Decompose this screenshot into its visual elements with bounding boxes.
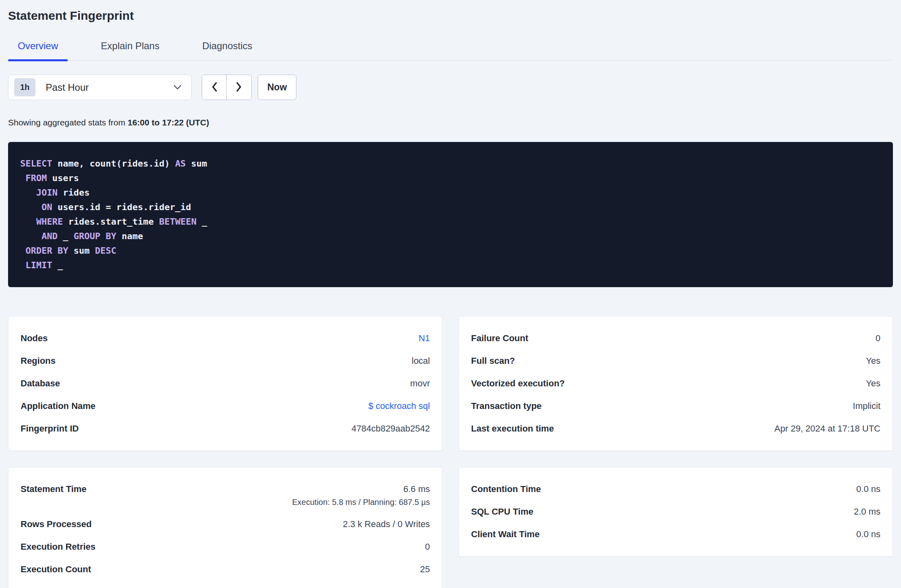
aggregated-stats-summary: Showing aggregated stats from 16:00 to 1…	[8, 118, 893, 127]
statement-fingerprint-page: Statement Fingerprint Overview Explain P…	[0, 0, 901, 588]
stat-label: Statement Time	[21, 484, 86, 494]
stat-value: Yes	[866, 378, 880, 389]
summary-prefix: Showing aggregated stats from	[8, 118, 128, 127]
stat-row: Databasemovr	[21, 372, 430, 395]
next-interval-button[interactable]	[227, 75, 251, 100]
execution-stats-card: Statement Time6.6 msExecution: 5.8 ms / …	[8, 467, 442, 588]
stat-label: Vectorized execution?	[471, 378, 565, 389]
stat-value: Implicit	[853, 401, 880, 411]
stat-value: 25	[420, 564, 430, 575]
stat-label: Failure Count	[471, 333, 528, 344]
stat-value: movr	[410, 378, 430, 389]
stat-row: SQL CPU Time2.0 ms	[471, 500, 880, 523]
stat-label: Full scan?	[471, 356, 515, 366]
stat-value: 0	[425, 542, 430, 552]
stat-row: Client Wait Time0.0 ns	[471, 523, 880, 546]
stat-value: 2.3 k Reads / 0 Writes	[343, 519, 430, 530]
interval-label: Past Hour	[46, 82, 173, 93]
stat-value: Apr 29, 2024 at 17:18 UTC	[774, 423, 880, 434]
stat-row: Execution Retries0	[21, 536, 430, 558]
stat-label: Rows Processed	[21, 519, 92, 530]
stat-label: SQL CPU Time	[471, 507, 533, 517]
sql-statement: SELECT name, count(rides.id) AS sum FROM…	[8, 142, 893, 287]
stat-label: Last execution time	[471, 423, 554, 434]
stat-row: Last execution timeApr 29, 2024 at 17:18…	[471, 417, 880, 440]
tab-bar: Overview Explain Plans Diagnostics	[8, 40, 893, 60]
tab-diagnostics[interactable]: Diagnostics	[192, 40, 262, 60]
time-interval-dropdown[interactable]: 1h Past Hour	[8, 75, 192, 100]
stat-label: Nodes	[21, 333, 48, 344]
tab-overview[interactable]: Overview	[8, 40, 68, 60]
stat-label: Execution Retries	[21, 542, 96, 552]
stat-label: Client Wait Time	[471, 529, 540, 540]
time-stats-card: Contention Time0.0 nsSQL CPU Time2.0 msC…	[459, 467, 893, 557]
stat-row: Application Name$ cockroach sql	[21, 395, 430, 417]
tab-explain-plans[interactable]: Explain Plans	[91, 40, 169, 60]
execution-attributes-card: Failure Count0Full scan?YesVectorized ex…	[459, 316, 893, 451]
chevron-right-icon	[236, 81, 242, 94]
stat-row: Fingerprint ID4784cb829aab2542	[21, 417, 430, 440]
stat-value: 0.0 ns	[856, 529, 880, 540]
stat-row: NodesN1	[21, 327, 430, 350]
stat-value: 4784cb829aab2542	[351, 423, 430, 434]
stat-row: Statement Time6.6 msExecution: 5.8 ms / …	[21, 478, 430, 513]
now-button[interactable]: Now	[258, 75, 296, 100]
stat-label: Execution Count	[21, 564, 91, 575]
stat-row: Vectorized execution?Yes	[471, 372, 880, 395]
stat-row: Execution Count25	[21, 558, 430, 581]
statement-details-card: NodesN1RegionslocalDatabasemovrApplicati…	[8, 316, 442, 451]
interval-badge: 1h	[14, 78, 35, 96]
summary-time-range: 16:00 to 17:22 (UTC)	[128, 118, 209, 127]
node-link[interactable]: N1	[419, 333, 430, 344]
page-title: Statement Fingerprint	[8, 9, 893, 23]
stat-value: Yes	[866, 356, 880, 366]
stat-row: Rows Processed2.3 k Reads / 0 Writes	[21, 513, 430, 536]
prev-interval-button[interactable]	[202, 75, 227, 100]
stat-label: Transaction type	[471, 401, 542, 411]
time-nav-arrows	[202, 75, 252, 100]
stat-row: Full scan?Yes	[471, 350, 880, 372]
time-toolbar: 1h Past Hour Now	[8, 75, 893, 100]
stat-label: Regions	[21, 356, 56, 366]
stat-value: 6.6 ms	[403, 484, 430, 494]
stat-value: 2.0 ms	[854, 507, 880, 517]
stat-label: Fingerprint ID	[21, 423, 79, 434]
stats-cards: NodesN1RegionslocalDatabasemovrApplicati…	[8, 316, 893, 588]
stat-label: Contention Time	[471, 484, 541, 494]
chevron-down-icon	[173, 85, 181, 90]
stat-subvalue: Execution: 5.8 ms / Planning: 687.5 µs	[292, 498, 430, 507]
stat-row: Regionslocal	[21, 350, 430, 372]
stat-value: 0	[876, 333, 880, 344]
stat-label: Database	[21, 378, 60, 389]
stat-value: 0.0 ns	[856, 484, 880, 494]
stat-row: Failure Count0	[471, 327, 880, 350]
stat-row: Contention Time0.0 ns	[471, 478, 880, 500]
stat-value: local	[412, 356, 430, 366]
application-name-link[interactable]: $ cockroach sql	[368, 401, 430, 411]
chevron-left-icon	[211, 81, 218, 94]
stat-row: Transaction typeImplicit	[471, 395, 880, 417]
stat-label: Application Name	[21, 401, 96, 411]
